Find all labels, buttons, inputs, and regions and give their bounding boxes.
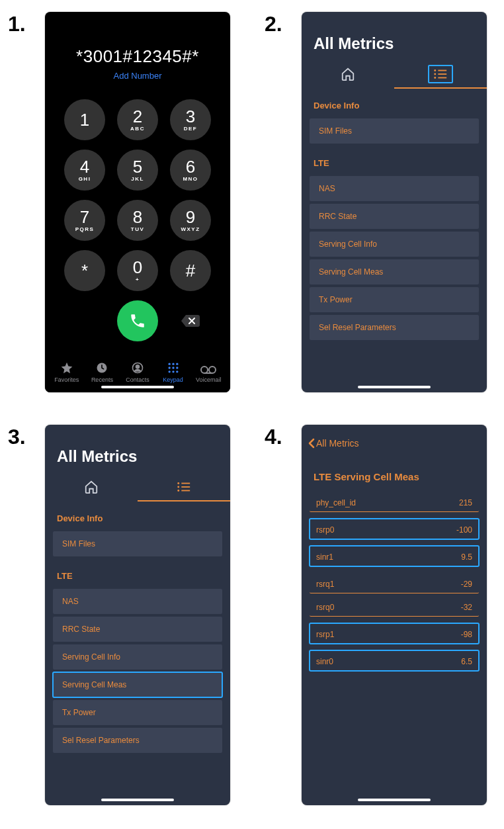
home-indicator[interactable] <box>358 799 431 801</box>
phone-dialer: *3001#12345#* Add Number 12ABC3DEF4GHI5J… <box>45 12 230 392</box>
kv-row-rsrp1: rsrp1-98 <box>310 623 479 644</box>
keypad-icon <box>167 361 180 374</box>
section-heading: Device Info <box>45 502 230 529</box>
key-1[interactable]: 1 <box>64 99 105 140</box>
kv-value: 9.5 <box>461 552 472 562</box>
kv-key: rsrp0 <box>316 525 334 535</box>
kv-row-phy_cell_id: phy_cell_id215 <box>310 492 479 512</box>
kv-key: phy_cell_id <box>316 498 356 507</box>
svg-point-3 <box>168 363 170 365</box>
key-#[interactable]: # <box>170 250 211 291</box>
metric-item-serving-cell-meas[interactable]: Serving Cell Meas <box>310 259 479 284</box>
phone-all-metrics-select: All Metrics Device InfoSIM FilesLTENASRR… <box>45 425 230 805</box>
call-button[interactable] <box>117 300 158 341</box>
tab-label: Recents <box>91 376 113 383</box>
clock-icon <box>95 361 108 374</box>
backspace-icon <box>181 314 200 328</box>
svg-rect-26 <box>181 490 190 492</box>
metric-item-serving-cell-info[interactable]: Serving Cell Info <box>310 232 479 257</box>
metric-item-sim-files[interactable]: SIM Files <box>310 118 479 144</box>
key-7[interactable]: 7PQRS <box>64 200 105 241</box>
svg-rect-22 <box>181 483 190 484</box>
key-letters: GHI <box>79 176 91 182</box>
svg-rect-20 <box>438 77 446 79</box>
key-digit: 7 <box>80 208 89 226</box>
add-number-button[interactable]: Add Number <box>45 71 230 81</box>
kv-value: -98 <box>461 630 472 639</box>
section-heading: LTE <box>302 146 487 173</box>
key-2[interactable]: 2ABC <box>117 99 158 140</box>
key-digit: 1 <box>80 111 89 128</box>
svg-rect-18 <box>438 73 446 75</box>
metric-item-tx-power[interactable]: Tx Power <box>310 287 479 312</box>
keypad: 12ABC3DEF4GHI5JKL6MNO7PQRS8TUV9WXYZ*0+# <box>64 99 211 291</box>
kv-row-sinr0: sinr06.5 <box>310 650 479 671</box>
tab-favorites[interactable]: Favorites <box>49 361 85 383</box>
dial-display: *3001#12345#* Add Number <box>45 12 230 81</box>
key-digit: 2 <box>133 108 142 125</box>
metric-item-sel-resel-parameters[interactable]: Sel Resel Parameters <box>310 315 479 340</box>
home-indicator[interactable] <box>101 386 174 388</box>
svg-point-6 <box>168 367 170 369</box>
key-letters: + <box>136 277 140 283</box>
metric-item-nas[interactable]: NAS <box>310 176 479 201</box>
key-6[interactable]: 6MNO <box>170 150 211 191</box>
tab-voicemail[interactable]: Voicemail <box>190 365 226 383</box>
back-button[interactable]: All Metrics <box>302 434 487 453</box>
star-icon <box>60 361 73 374</box>
tab-home[interactable] <box>45 472 138 502</box>
svg-point-25 <box>177 490 179 492</box>
kv-value: 6.5 <box>461 657 472 666</box>
tab-list[interactable] <box>138 472 230 502</box>
key-3[interactable]: 3DEF <box>170 99 211 140</box>
svg-point-21 <box>177 482 179 484</box>
key-*[interactable]: * <box>64 250 105 291</box>
key-0[interactable]: 0+ <box>117 250 158 291</box>
top-tabs <box>45 472 230 502</box>
home-icon <box>84 480 99 494</box>
tab-label: Keypad <box>163 376 183 383</box>
home-indicator[interactable] <box>101 799 174 801</box>
step-label-2: 2. <box>265 12 282 36</box>
detail-body: phy_cell_id215rsrp0-100sinr19.5rsrq1-29r… <box>302 489 487 677</box>
metric-item-nas[interactable]: NAS <box>53 589 222 614</box>
metric-item-rrc-state[interactable]: RRC State <box>310 204 479 229</box>
key-digit: * <box>81 262 88 279</box>
metric-item-serving-cell-info[interactable]: Serving Cell Info <box>53 644 222 670</box>
tab-home[interactable] <box>302 60 394 89</box>
metric-item-rrc-state[interactable]: RRC State <box>53 617 222 642</box>
kv-value: -32 <box>461 603 472 612</box>
list-icon <box>433 69 448 79</box>
tab-list[interactable] <box>394 60 487 89</box>
key-letters: ABC <box>130 126 145 132</box>
key-4[interactable]: 4GHI <box>64 150 105 191</box>
kv-row-rsrp0: rsrp0-100 <box>310 519 479 539</box>
kv-value: 215 <box>459 498 472 507</box>
tab-keypad[interactable]: Keypad <box>155 361 191 383</box>
kv-key: sinr1 <box>316 552 333 562</box>
kv-row-rsrq0: rsrq0-32 <box>310 596 479 617</box>
key-digit: 9 <box>186 208 195 226</box>
delete-button[interactable] <box>170 314 211 328</box>
svg-point-9 <box>168 371 170 372</box>
key-9[interactable]: 9WXYZ <box>170 200 211 241</box>
home-indicator[interactable] <box>358 386 431 388</box>
metric-item-serving-cell-meas[interactable]: Serving Cell Meas <box>53 672 222 697</box>
contacts-icon <box>131 361 144 374</box>
metric-item-tx-power[interactable]: Tx Power <box>53 700 222 725</box>
key-5[interactable]: 5JKL <box>117 150 158 191</box>
tab-contacts[interactable]: Contacts <box>120 361 155 383</box>
tab-recents[interactable]: Recents <box>85 361 120 383</box>
kv-key: rsrp1 <box>316 630 334 639</box>
key-8[interactable]: 8TUV <box>117 200 158 241</box>
kv-row-rsrq1: rsrq1-29 <box>310 573 479 593</box>
dial-display-number: *3001#12345#* <box>45 46 230 67</box>
key-letters: PQRS <box>75 226 95 232</box>
svg-point-17 <box>434 73 436 75</box>
svg-point-7 <box>172 367 174 369</box>
metric-item-sel-resel-parameters[interactable]: Sel Resel Parameters <box>53 728 222 753</box>
list-icon-highlight <box>428 65 453 83</box>
tab-label: Voicemail <box>196 376 222 383</box>
metric-item-sim-files[interactable]: SIM Files <box>53 531 222 556</box>
kv-key: rsrq0 <box>316 603 334 612</box>
